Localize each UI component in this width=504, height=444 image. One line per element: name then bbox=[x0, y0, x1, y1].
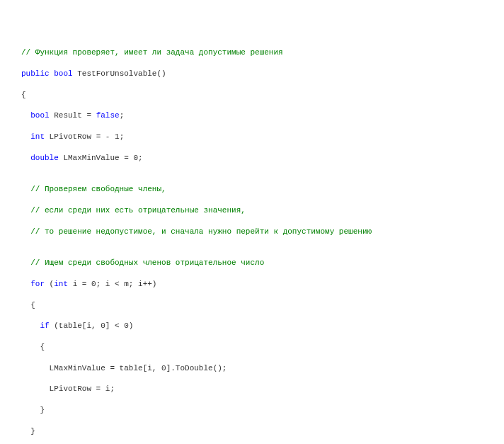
code: ( bbox=[45, 280, 54, 288]
code: (table[i, 0] < 0) bbox=[50, 321, 134, 330]
brace: { bbox=[21, 91, 26, 99]
comment: // то решение недопустимое, и сначала ну… bbox=[21, 227, 372, 236]
keyword: false bbox=[96, 111, 120, 120]
comment: // Ищем среди свободных членов отрицател… bbox=[21, 258, 264, 267]
brace: } bbox=[21, 427, 35, 436]
keyword: int bbox=[54, 280, 68, 288]
keyword: if bbox=[21, 321, 50, 330]
keyword: bool bbox=[21, 111, 50, 120]
comment: // если среди них есть отрицательные зна… bbox=[21, 206, 246, 215]
code: LMaxMinValue = 0; bbox=[59, 154, 143, 162]
brace: { bbox=[21, 343, 45, 351]
code: LPivotRow = - 1; bbox=[45, 132, 124, 141]
code: i = 0; i < m; i++) bbox=[68, 280, 156, 288]
code: LMaxMinValue = table[i, 0].ToDouble(); bbox=[21, 364, 227, 372]
keyword: double bbox=[21, 154, 59, 162]
comment: // Функция проверяет, имеет ли задача до… bbox=[21, 48, 283, 57]
brace: { bbox=[21, 301, 35, 309]
comment: // Проверяем свободные члены, bbox=[21, 185, 166, 193]
code: LPivotRow = i; bbox=[21, 385, 115, 393]
code: Result = bbox=[50, 111, 96, 120]
keyword: bool bbox=[54, 69, 72, 78]
keyword: public bbox=[21, 69, 50, 78]
brace: } bbox=[21, 406, 45, 414]
code: ; bbox=[120, 111, 125, 120]
keyword: for bbox=[21, 280, 45, 288]
keyword: int bbox=[21, 132, 45, 141]
method-name: TestForUnsolvable() bbox=[73, 69, 166, 78]
